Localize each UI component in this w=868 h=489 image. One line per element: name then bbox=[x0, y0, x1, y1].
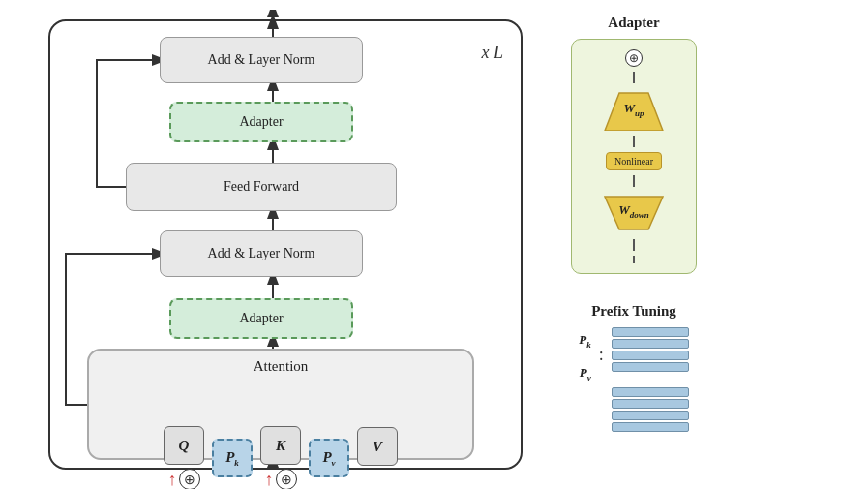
k-plus: ⊕ bbox=[276, 469, 297, 489]
w-up-sub: up bbox=[635, 108, 644, 118]
add-layer-norm-bottom-block: Add & Layer Norm bbox=[160, 230, 363, 277]
pk-slab-4 bbox=[612, 362, 689, 372]
feed-forward-label: Feed Forward bbox=[224, 179, 299, 195]
add-layer-norm-bottom-label: Add & Layer Norm bbox=[208, 246, 315, 261]
add-layer-norm-top-label: Add & Layer Norm bbox=[208, 52, 315, 68]
left-panel: x L Add & Layer Norm Adapter Feed Forwar… bbox=[10, 10, 552, 479]
adapter-detail-title: Adapter bbox=[608, 15, 659, 31]
w-up-wrapper: Wup bbox=[600, 88, 668, 131]
adapter-arrow-2 bbox=[633, 136, 635, 147]
main-container: x L Add & Layer Norm Adapter Feed Forwar… bbox=[0, 0, 868, 489]
w-down-wrapper: Wdown bbox=[600, 192, 668, 234]
pk-box: Pk bbox=[212, 439, 253, 477]
prefix-row: Pk Pv : bbox=[579, 327, 688, 432]
pk-slab-1 bbox=[612, 327, 689, 337]
nonlinear-label: Nonlinear bbox=[614, 156, 653, 167]
nonlinear-box: Nonlinear bbox=[606, 152, 662, 170]
adapter-detail-box: ⊕ Wup Nonlinear bbox=[571, 39, 697, 274]
adapter-plus-circle: ⊕ bbox=[625, 49, 643, 67]
w-up-label: Wup bbox=[623, 101, 644, 118]
add-layer-norm-top-block: Add & Layer Norm bbox=[160, 37, 363, 83]
colon-separator: : bbox=[599, 327, 604, 365]
feed-forward-block: Feed Forward bbox=[126, 163, 397, 211]
xl-label: x L bbox=[482, 43, 504, 63]
w-down-sub: down bbox=[630, 210, 649, 220]
q-red-arrow: ↑ bbox=[168, 470, 177, 490]
right-panel: Adapter ⊕ Wup Nonlinear bbox=[571, 10, 697, 479]
prefix-container: Prefix Tuning Pk Pv : bbox=[571, 303, 697, 432]
k-box: K bbox=[260, 426, 301, 465]
pv-label: Pv bbox=[580, 365, 591, 382]
pk-slab-3 bbox=[612, 351, 689, 360]
adapter-arrow-4 bbox=[633, 239, 635, 251]
prefix-stacks bbox=[612, 327, 689, 432]
pv-box: Pv bbox=[309, 439, 349, 477]
adapter-detail-container: Adapter ⊕ Wup Nonlinear bbox=[571, 15, 697, 274]
prefix-labels: Pk Pv bbox=[579, 327, 590, 382]
pv-slab-1 bbox=[612, 387, 689, 397]
adapter-input-line bbox=[633, 256, 635, 263]
adapter-top-block: Adapter bbox=[169, 102, 353, 142]
adapter-bottom-block: Adapter bbox=[169, 298, 353, 339]
q-plus: ⊕ bbox=[179, 469, 200, 489]
attention-label: Attention bbox=[87, 358, 474, 375]
pv-slab-4 bbox=[612, 422, 689, 432]
adapter-top-label: Adapter bbox=[239, 114, 283, 130]
q-box: Q bbox=[164, 426, 204, 465]
stack-gap bbox=[612, 376, 689, 383]
pv-slab-2 bbox=[612, 399, 689, 409]
adapter-arrow-1 bbox=[633, 72, 635, 83]
pk-label: Pk bbox=[579, 332, 590, 350]
adapter-bottom-label: Adapter bbox=[239, 311, 283, 326]
pk-stack bbox=[612, 327, 689, 372]
k-red-arrow: ↑ bbox=[265, 470, 274, 490]
pv-stack bbox=[612, 387, 689, 432]
adapter-arrow-3 bbox=[633, 175, 635, 187]
v-box: V bbox=[357, 427, 398, 466]
w-down-label: Wdown bbox=[618, 202, 649, 220]
pv-slab-3 bbox=[612, 411, 689, 420]
prefix-title: Prefix Tuning bbox=[591, 303, 676, 320]
qkv-row: Q ↑ ⊕ Pk K ↑ ⊕ Pv bbox=[87, 426, 474, 489]
pk-slab-2 bbox=[612, 339, 689, 349]
